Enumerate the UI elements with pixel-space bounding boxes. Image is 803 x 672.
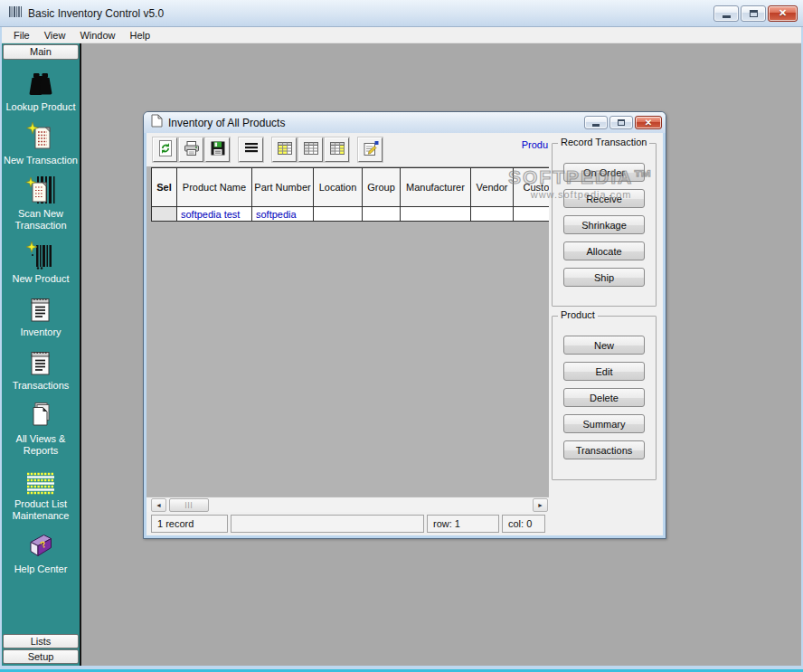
sidebar-item-label: Product List Maintenance xyxy=(4,498,78,522)
on-order-button[interactable]: On Order xyxy=(563,163,645,182)
allocate-button[interactable]: Allocate xyxy=(563,241,645,260)
main-area: Main Lookup ProductNew TransactionScan N… xyxy=(2,43,801,666)
product-new-button[interactable]: New xyxy=(563,336,645,355)
product-summary-button[interactable]: Summary xyxy=(563,414,645,433)
notepad-icon xyxy=(27,294,54,324)
toolbar-button-grid-plain[interactable] xyxy=(298,137,323,162)
sidebar-item-scan-new-transaction[interactable]: Scan New Transaction xyxy=(4,175,78,232)
status-message-cell xyxy=(231,515,424,533)
sidebar-main-button[interactable]: Main xyxy=(3,44,79,60)
child-titlebar: Inventory of All Products ✕ xyxy=(144,112,666,133)
record-transaction-buttons: On OrderReceiveShrinkageAllocateShip xyxy=(553,163,656,287)
table-cell[interactable]: softpedia test xyxy=(177,207,252,222)
child-minimize-button[interactable] xyxy=(584,116,608,129)
sidebar-item-label: Inventory xyxy=(20,327,61,338)
product-delete-button[interactable]: Delete xyxy=(563,388,645,407)
refresh-icon xyxy=(156,139,175,160)
receive-button[interactable]: Receive xyxy=(563,189,645,208)
toolbar-button-form-edit[interactable] xyxy=(358,137,383,162)
sidebar-item-inventory[interactable]: Inventory xyxy=(20,294,61,338)
menu-view[interactable]: View xyxy=(37,28,73,43)
close-button[interactable]: ✕ xyxy=(768,5,798,22)
toolbar-button-print[interactable] xyxy=(179,137,203,162)
document-icon xyxy=(151,114,163,131)
minimize-button[interactable] xyxy=(713,5,739,22)
scroll-right-button[interactable]: ► xyxy=(533,498,548,512)
table-pane: Produ SelProduct NamePart NumberLocation… xyxy=(146,133,549,535)
sidebar-lists-button[interactable]: Lists xyxy=(3,634,79,648)
column-header-location[interactable]: Location xyxy=(314,168,363,207)
toolbar-button-grid-mixed[interactable] xyxy=(325,137,349,162)
child-window-title: Inventory of All Products xyxy=(168,117,584,129)
grid-plain-icon xyxy=(302,139,320,160)
grip-icon: ||| xyxy=(184,501,193,508)
action-panel: Record Transaction On OrderReceiveShrink… xyxy=(549,133,663,535)
maximize-icon xyxy=(618,119,625,126)
table-row[interactable]: softpedia testsoftpedia xyxy=(152,207,549,222)
scan-transaction-icon xyxy=(25,175,56,205)
menu-help[interactable]: Help xyxy=(123,28,158,43)
table-cell[interactable] xyxy=(401,207,471,222)
table-cell[interactable] xyxy=(363,207,401,222)
sidebar-setup-button[interactable]: Setup xyxy=(3,649,79,664)
scroll-left-button[interactable]: ◄ xyxy=(151,498,166,512)
app-title: Basic Inventory Control v5.0 xyxy=(28,7,713,20)
save-icon xyxy=(209,139,227,160)
toolbar-button-save[interactable] xyxy=(205,137,230,162)
table-cell[interactable] xyxy=(514,207,549,222)
sidebar-bottom: Lists Setup xyxy=(2,633,80,665)
menu-window[interactable]: Window xyxy=(72,28,122,43)
minimize-icon xyxy=(723,15,731,18)
products-table: SelProduct NamePart NumberLocationGroupM… xyxy=(151,167,549,222)
product-link[interactable]: Produ xyxy=(522,139,548,150)
rows-view-icon xyxy=(242,139,260,160)
sidebar-item-all-views-reports[interactable]: All Views & Reports xyxy=(4,401,78,457)
column-header-product-name[interactable]: Product Name xyxy=(177,168,252,207)
ship-button[interactable]: Ship xyxy=(563,268,645,287)
new-transaction-icon xyxy=(26,122,55,152)
print-icon xyxy=(183,139,201,160)
table-cell[interactable] xyxy=(471,207,514,222)
scroll-thumb[interactable]: ||| xyxy=(169,498,209,512)
menu-file[interactable]: File xyxy=(6,28,37,43)
product-transactions-button[interactable]: Transactions xyxy=(563,440,645,459)
record-transaction-group-title: Record Transaction xyxy=(558,137,649,147)
table-cell[interactable]: softpedia xyxy=(252,207,314,222)
sidebar-item-label: Transactions xyxy=(13,380,70,392)
column-header-sel[interactable]: Sel xyxy=(152,168,177,207)
sidebar-item-new-product[interactable]: New Product xyxy=(13,241,70,285)
status-record-count: 1 record xyxy=(151,515,228,533)
app-titlebar: Basic Inventory Control v5.0 ✕ xyxy=(0,0,803,27)
sidebar: Main Lookup ProductNew TransactionScan N… xyxy=(2,43,81,666)
toolbar-button-grid-yellow[interactable] xyxy=(272,137,297,162)
column-header-vendor[interactable]: Vendor xyxy=(471,168,514,207)
table-cell[interactable] xyxy=(314,207,363,222)
product-edit-button[interactable]: Edit xyxy=(563,362,645,381)
sidebar-item-new-transaction[interactable]: New Transaction xyxy=(4,122,78,166)
column-header-part-number[interactable]: Part Number xyxy=(252,168,314,207)
column-header-manufacturer[interactable]: Manufacturer xyxy=(401,168,471,207)
horizontal-scrollbar[interactable]: ◄ ||| ► xyxy=(146,497,549,512)
grid-area: SelProduct NamePart NumberLocationGroupM… xyxy=(146,166,549,497)
table-header-row: SelProduct NamePart NumberLocationGroupM… xyxy=(152,168,549,207)
product-group-title: Product xyxy=(558,309,598,320)
status-col-indicator: col: 0 xyxy=(502,515,545,533)
child-close-button[interactable]: ✕ xyxy=(635,116,662,129)
inventory-child-window: Inventory of All Products ✕ Produ SelPro… xyxy=(143,111,666,539)
child-maximize-button[interactable] xyxy=(609,116,633,129)
column-header-custom[interactable]: Custom xyxy=(514,168,549,207)
grid-yellow-icon xyxy=(276,139,294,160)
sidebar-item-help-center[interactable]: ?Help Center xyxy=(14,531,68,575)
table-cell[interactable] xyxy=(152,207,177,222)
column-header-group[interactable]: Group xyxy=(363,168,401,207)
toolbar-button-refresh[interactable] xyxy=(153,137,177,162)
sidebar-item-transactions[interactable]: Transactions xyxy=(13,347,70,392)
shrinkage-button[interactable]: Shrinkage xyxy=(563,215,645,234)
sidebar-item-product-list-maintenance[interactable]: Product List Maintenance xyxy=(4,466,78,522)
toolbar-button-rows-view[interactable] xyxy=(239,137,263,162)
striped-list-icon xyxy=(25,466,56,496)
form-edit-icon xyxy=(362,139,380,160)
maximize-button[interactable] xyxy=(741,5,766,22)
help-book-icon: ? xyxy=(25,531,56,561)
sidebar-item-lookup-product[interactable]: Lookup Product xyxy=(5,69,75,113)
